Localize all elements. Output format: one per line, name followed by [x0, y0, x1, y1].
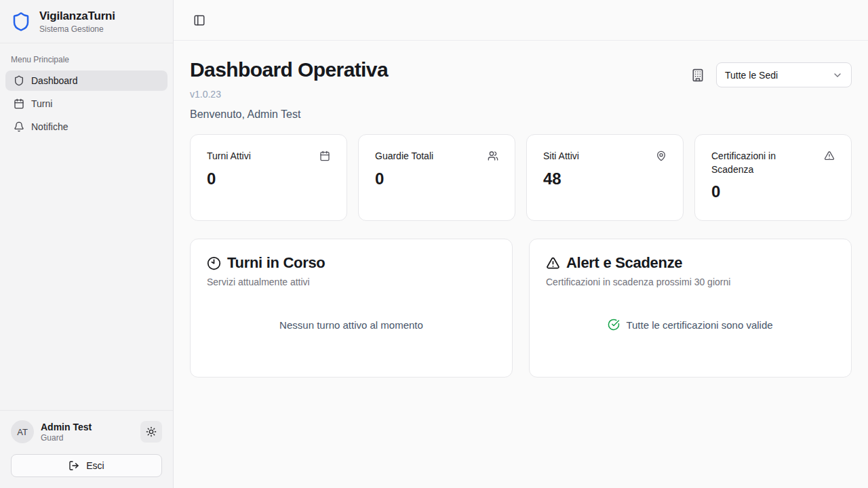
- panel-empty-state: Tutte le certificazioni sono valide: [546, 287, 835, 362]
- stat-card-turni-attivi: Turni Attivi 0: [190, 134, 347, 221]
- page-header-right: Tutte le Sedi: [691, 62, 852, 87]
- bell-icon: [14, 121, 24, 132]
- sun-icon: [146, 426, 157, 437]
- logout-label: Esci: [86, 460, 104, 471]
- panel-empty-state: Nessun turno attivo al momento: [207, 287, 496, 362]
- calendar-icon: [319, 150, 330, 161]
- sidebar-toggle-button[interactable]: [190, 11, 209, 30]
- stat-label: Certificazioni in Scadenza: [711, 150, 818, 176]
- panel-left-icon: [193, 14, 205, 26]
- panels-grid: Turni in Corso Servizi attualmente attiv…: [190, 239, 852, 378]
- stat-value: 48: [543, 169, 667, 188]
- panel-turni-in-corso: Turni in Corso Servizi attualmente attiv…: [190, 239, 513, 378]
- stat-value: 0: [375, 169, 498, 188]
- shield-icon: [14, 75, 24, 86]
- sidebar-footer: AT Admin Test Guard Esci: [0, 410, 173, 488]
- panel-title-row: Alert e Scadenze: [546, 254, 835, 272]
- dashboard-content: Dashboard Operativa v1.0.23 Benvenuto, A…: [174, 41, 868, 394]
- welcome-text: Benvenuto, Admin Test: [190, 108, 388, 121]
- site-filter-select[interactable]: Tutte le Sedi: [716, 62, 852, 87]
- sidebar-item-notifiche[interactable]: Notifiche: [5, 117, 167, 137]
- stat-card-siti-attivi: Siti Attivi 48: [526, 134, 684, 221]
- main-area: Dashboard Operativa v1.0.23 Benvenuto, A…: [174, 0, 868, 488]
- sidebar-menu: Dashboard Turni Notifiche: [0, 70, 173, 137]
- panel-alert-scadenze: Alert e Scadenze Certificazioni in scade…: [529, 239, 852, 378]
- stat-label: Turni Attivi: [207, 150, 251, 163]
- menu-section-label: Menu Principale: [0, 43, 173, 70]
- app-brand: VigilanzaTurni Sistema Gestione: [0, 0, 173, 43]
- certifications-valid-row: Tutte le certificazioni sono valide: [608, 319, 772, 331]
- check-circle-icon: [608, 319, 620, 331]
- panel-title: Alert e Scadenze: [566, 254, 682, 272]
- sidebar-item-label: Notifiche: [31, 121, 68, 132]
- alert-triangle-icon: [824, 150, 835, 161]
- app-title: VigilanzaTurni: [39, 9, 115, 23]
- page-header-left: Dashboard Operativa v1.0.23 Benvenuto, A…: [190, 58, 388, 121]
- stat-card-guardie-totali: Guardie Totali 0: [358, 134, 515, 221]
- stat-value: 0: [711, 182, 835, 201]
- brand-text: VigilanzaTurni Sistema Gestione: [39, 9, 115, 34]
- logout-button[interactable]: Esci: [11, 454, 162, 477]
- sidebar-item-dashboard[interactable]: Dashboard: [5, 70, 167, 91]
- empty-message: Nessun turno attivo al momento: [279, 319, 423, 331]
- user-info: AT Admin Test Guard: [11, 420, 162, 443]
- panel-subtitle: Servizi attualmente attivi: [207, 277, 496, 287]
- stats-grid: Turni Attivi 0 Guardie Totali: [190, 134, 852, 221]
- theme-toggle-button[interactable]: [140, 421, 162, 443]
- user-role: Guard: [41, 433, 92, 443]
- shield-logo-icon: [11, 12, 31, 32]
- stat-head: Siti Attivi: [543, 150, 667, 163]
- sidebar-item-label: Turni: [31, 98, 52, 109]
- map-pin-icon: [656, 150, 667, 161]
- stat-label: Guardie Totali: [375, 150, 433, 163]
- panel-title-row: Turni in Corso: [207, 254, 496, 272]
- topbar: [174, 0, 868, 41]
- sidebar-item-turni[interactable]: Turni: [5, 94, 167, 114]
- logout-icon: [68, 460, 79, 471]
- user-name: Admin Test: [41, 422, 92, 432]
- chevron-down-icon: [832, 70, 843, 81]
- stat-card-certificazioni: Certificazioni in Scadenza 0: [694, 134, 852, 221]
- stat-head: Turni Attivi: [207, 150, 330, 163]
- version-label: v1.0.23: [190, 89, 388, 100]
- panel-title: Turni in Corso: [227, 254, 326, 272]
- sidebar-item-label: Dashboard: [31, 75, 78, 86]
- app-subtitle: Sistema Gestione: [39, 24, 115, 34]
- calendar-icon: [14, 98, 24, 109]
- stat-label: Siti Attivi: [543, 150, 579, 163]
- page-header: Dashboard Operativa v1.0.23 Benvenuto, A…: [190, 58, 852, 121]
- panel-subtitle: Certificazioni in scadenza prossimi 30 g…: [546, 277, 835, 287]
- site-filter-value: Tutte le Sedi: [725, 70, 778, 81]
- stat-value: 0: [207, 169, 330, 188]
- stat-head: Certificazioni in Scadenza: [711, 150, 835, 176]
- avatar: AT: [11, 420, 34, 443]
- page-title: Dashboard Operativa: [190, 58, 388, 81]
- valid-message: Tutte le certificazioni sono valide: [626, 319, 772, 331]
- users-icon: [488, 150, 498, 161]
- stat-head: Guardie Totali: [375, 150, 498, 163]
- building-icon: [691, 68, 705, 82]
- alert-triangle-icon: [546, 256, 560, 270]
- user-text: Admin Test Guard: [41, 422, 92, 443]
- sidebar: VigilanzaTurni Sistema Gestione Menu Pri…: [0, 0, 174, 488]
- clock-icon: [207, 256, 221, 270]
